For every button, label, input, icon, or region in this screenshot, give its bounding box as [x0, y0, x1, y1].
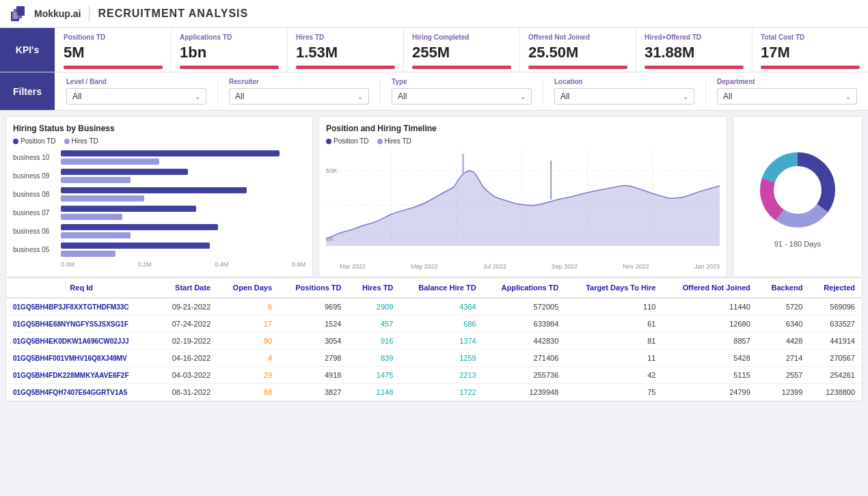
bar-label-3: business 07: [13, 209, 49, 217]
cell-1-10: 633527: [809, 316, 862, 333]
filter-select-4[interactable]: All ⌄: [717, 88, 857, 105]
col-header-5[interactable]: Balance Hire TD: [400, 278, 483, 298]
legend-label-position: Position TD: [21, 137, 56, 145]
bar-row-1: business 09: [61, 169, 306, 183]
col-header-2[interactable]: Open Days: [217, 278, 279, 298]
cell-2-2: 90: [217, 333, 279, 350]
filter-label-4: Department: [717, 78, 857, 85]
cell-4-0: 01GQ5BH4FDK228MMKYAAVE6F2F: [6, 367, 157, 384]
bar-pos-1: [61, 169, 188, 175]
cell-3-5: 1259: [400, 350, 483, 367]
bar-bars-3: [61, 206, 306, 220]
filter-label-3: Location: [554, 78, 694, 85]
filter-value-1: All: [235, 92, 244, 101]
data-table-section: Req IdStart DateOpen DaysPositions TDHir…: [5, 277, 863, 402]
cell-2-5: 1374: [400, 333, 483, 350]
col-header-9[interactable]: Backend: [757, 278, 810, 298]
table-row: 01GQ5BH4EK0DKW1A696CW02JJJ02-19-20229030…: [6, 333, 862, 350]
kpi-label-1: Applications TD: [180, 33, 279, 41]
filter-label-2: Type: [392, 78, 532, 85]
svg-text:0K: 0K: [326, 236, 334, 243]
bar-row-4: business 06: [61, 224, 306, 238]
table-row: 01GQ5BH4FQH7407E64GGRTV1A508-31-20228838…: [6, 384, 862, 401]
filters-section: Filters Level / Band All ⌄ Recruiter All…: [0, 72, 868, 111]
filter-group-4: Department All ⌄: [705, 78, 868, 105]
bar-label-0: business 10: [13, 154, 49, 161]
filter-value-4: All: [723, 92, 732, 101]
chevron-icon-4: ⌄: [845, 93, 851, 100]
x-label-1: 0.2M: [138, 261, 152, 268]
cell-4-9: 2557: [757, 367, 810, 384]
cell-5-10: 1238800: [809, 384, 862, 401]
filter-select-1[interactable]: All ⌄: [229, 88, 369, 105]
table-header-row: Req IdStart DateOpen DaysPositions TDHir…: [6, 278, 862, 298]
filter-select-3[interactable]: All ⌄: [554, 88, 694, 105]
chevron-icon-0: ⌄: [195, 93, 200, 100]
kpi-bar-3: [412, 66, 511, 69]
kpi-value-2: 1.53M: [296, 44, 395, 61]
kpi-value-5: 31.88M: [645, 44, 744, 61]
cell-5-6: 1239948: [483, 384, 566, 401]
bar-bars-0: [61, 150, 306, 165]
hiring-status-chart: Hiring Status by Business Position TD Hi…: [5, 116, 313, 277]
cell-3-2: 4: [217, 350, 279, 367]
bar-label-5: business 05: [13, 246, 49, 253]
header-divider: [89, 5, 90, 22]
page-title: RECRUITMENT ANALYSIS: [98, 8, 248, 20]
col-header-10[interactable]: Rejected: [809, 278, 862, 298]
svg-point-21: [775, 167, 820, 212]
cell-0-7: 110: [565, 298, 662, 316]
filter-group-1: Recruiter All ⌄: [217, 78, 380, 105]
cell-1-3: 1524: [279, 316, 348, 333]
col-header-1[interactable]: Start Date: [157, 278, 217, 298]
col-header-3[interactable]: Positions TD: [279, 278, 348, 298]
col-header-6[interactable]: Applications TD: [483, 278, 566, 298]
cell-3-4: 839: [348, 350, 400, 367]
kpi-card-6: Total Cost TD 17M: [752, 28, 868, 72]
bar-hire-4: [61, 232, 131, 238]
timeline-chart: Position and Hiring Timeline Position TD…: [318, 116, 727, 277]
table-row: 01GQ5BH4F001VMHV16Q8XJ49MV04-16-20224279…: [6, 350, 862, 367]
filter-select-0[interactable]: All ⌄: [66, 88, 206, 105]
bar-label-4: business 06: [13, 228, 49, 235]
kpi-label-2: Hires TD: [296, 33, 395, 41]
bar-row-2: business 08: [61, 187, 306, 202]
col-header-8[interactable]: Offered Not Joined: [662, 278, 757, 298]
cell-4-4: 1475: [348, 367, 400, 384]
col-header-0[interactable]: Req Id: [6, 278, 157, 298]
bar-row-5: business 05: [61, 243, 306, 257]
timeline-svg: 50K 0K: [326, 150, 720, 260]
cell-5-0: 01GQ5BH4FQH7407E64GGRTV1A5: [6, 384, 157, 401]
cell-3-6: 271406: [483, 350, 566, 367]
kpi-bar-5: [645, 66, 744, 69]
cell-4-6: 255736: [483, 367, 566, 384]
kpi-label-4: Offered Not Joined: [528, 33, 627, 41]
cell-5-4: 1148: [348, 384, 400, 401]
timeline-legend: Position TD Hires TD: [326, 137, 720, 145]
legend-item-hires: Hires TD: [64, 137, 98, 145]
col-header-4[interactable]: Hires TD: [348, 278, 400, 298]
kpi-value-3: 255M: [412, 44, 511, 61]
bar-hire-5: [61, 251, 116, 257]
cell-0-1: 09-21-2022: [157, 298, 217, 316]
filters-label: Filters: [0, 72, 55, 110]
kpi-card-3: Hiring Completed 255M: [403, 28, 519, 72]
cell-2-0: 01GQ5BH4EK0DKW1A696CW02JJJ: [6, 333, 157, 350]
bar-row-3: business 07: [61, 206, 306, 220]
cell-4-1: 04-03-2022: [157, 367, 217, 384]
logo-text: Mokkup.ai: [34, 8, 81, 19]
x-lbl-3: Sep 2022: [552, 263, 578, 270]
timeline-x-labels: Mar 2022 May 2022 Jul 2022 Sep 2022 Nov …: [326, 263, 720, 270]
bottom-section: Req IdStart DateOpen DaysPositions TDHir…: [0, 277, 868, 407]
x-lbl-4: Nov 2022: [623, 263, 649, 270]
kpi-bar-6: [761, 66, 860, 69]
col-header-7[interactable]: Target Days To Hire: [565, 278, 662, 298]
chevron-icon-3: ⌄: [683, 93, 688, 100]
filter-select-2[interactable]: All ⌄: [392, 88, 532, 105]
cell-2-7: 81: [565, 333, 662, 350]
x-lbl-5: Jan 2023: [694, 263, 720, 270]
cell-0-5: 4364: [400, 298, 483, 316]
cell-1-7: 61: [565, 316, 662, 333]
chevron-icon-1: ⌄: [357, 93, 363, 100]
kpi-value-1: 1bn: [180, 44, 279, 61]
